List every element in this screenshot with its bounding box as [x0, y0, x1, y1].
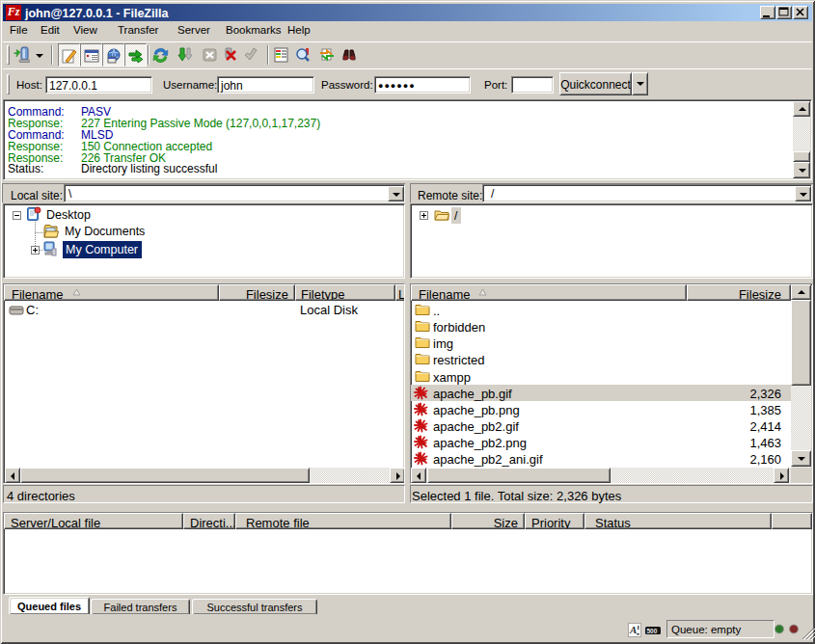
svg-text:A: A	[629, 624, 637, 635]
svg-text:500: 500	[647, 628, 658, 634]
